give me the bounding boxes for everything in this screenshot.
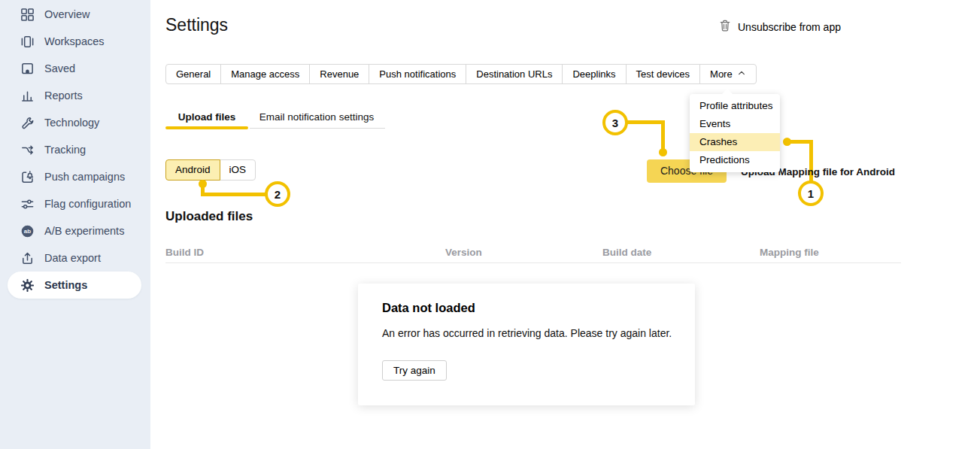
bar-chart-icon [20, 89, 35, 103]
sidebar-item-label: Workspaces [44, 35, 105, 47]
sidebar-item-reports[interactable]: Reports [8, 82, 141, 109]
tab-push-notifications[interactable]: Push notifications [369, 64, 466, 84]
sidebar-item-label: Flag configuration [44, 198, 131, 210]
tab-label: General [176, 65, 211, 83]
annotation-dot-3 [659, 148, 667, 156]
error-title: Data not loaded [382, 301, 475, 315]
platform-option-ios[interactable]: iOS [220, 159, 256, 181]
svg-text:ab: ab [24, 228, 31, 235]
tab-label: Manage access [231, 65, 299, 83]
annotation-line-2-h [201, 193, 267, 196]
active-subtab-underline [165, 126, 248, 129]
column-header-build-date: Build date [602, 247, 651, 258]
error-card: Data not loaded An error has occurred in… [358, 284, 695, 405]
table-header-divider [165, 262, 901, 263]
sidebar-item-label: Tracking [44, 144, 86, 156]
subtab-divider [250, 128, 385, 129]
annotation-line-3-h [627, 120, 665, 124]
sidebar-item-label: Overview [44, 8, 90, 20]
unsubscribe-label: Unsubscribe from app [738, 21, 841, 33]
sidebar-item-flag-configuration[interactable]: Flag configuration [8, 190, 141, 217]
tab-label: Deeplinks [572, 65, 615, 83]
annotation-line-3-v [661, 120, 665, 150]
more-dropdown-menu: Profile attributes Events Crashes Predic… [690, 94, 780, 172]
tab-label: More [710, 65, 733, 83]
sidebar-item-overview[interactable]: Overview [8, 1, 141, 28]
chevron-up-icon [737, 65, 746, 83]
sidebar-item-label: Push campaigns [44, 171, 125, 183]
uploaded-files-heading: Uploaded files [165, 209, 253, 224]
annotation-circle-1: 1 [798, 181, 824, 206]
menu-item-predictions[interactable]: Predictions [690, 151, 780, 169]
column-header-version: Version [445, 247, 482, 258]
sidebar-item-ab-experiments[interactable]: ab A/B experiments [8, 217, 141, 244]
annotation-circle-3: 3 [602, 110, 628, 135]
platform-toggle: Android iOS [165, 159, 256, 181]
unsubscribe-button[interactable]: Unsubscribe from app [719, 19, 841, 35]
gear-icon [20, 278, 35, 293]
tab-general[interactable]: General [165, 64, 221, 84]
grid-icon [20, 8, 35, 22]
column-header-mapping-file: Mapping file [760, 247, 819, 258]
tab-label: Revenue [320, 65, 359, 83]
sidebar-item-technology[interactable]: Technology [8, 109, 141, 136]
sidebar-item-label: A/B experiments [44, 225, 124, 237]
menu-item-profile-attributes[interactable]: Profile attributes [690, 97, 780, 115]
error-message: An error has occurred in retrieving data… [382, 327, 672, 339]
column-header-build-id: Build ID [165, 247, 204, 258]
tab-label: Test devices [636, 65, 690, 83]
export-icon [20, 251, 35, 265]
workspaces-icon [20, 35, 35, 49]
menu-item-events[interactable]: Events [690, 115, 780, 133]
sliders-icon [20, 197, 35, 211]
sidebar-item-label: Saved [44, 62, 75, 74]
route-icon [20, 143, 35, 157]
page-title: Settings [165, 15, 228, 35]
sidebar-item-workspaces[interactable]: Workspaces [8, 28, 141, 55]
subtab-upload-files[interactable]: Upload files [165, 111, 248, 123]
saved-icon [20, 62, 35, 76]
sidebar-item-saved[interactable]: Saved [8, 55, 141, 82]
app-window: Overview Workspaces Saved Reports Techno [0, 0, 980, 449]
tab-destination-urls[interactable]: Destination URLs [466, 64, 563, 84]
menu-item-crashes[interactable]: Crashes [690, 133, 780, 151]
sidebar-item-label: Reports [44, 89, 83, 102]
settings-tabbar: General Manage access Revenue Push notif… [165, 64, 757, 84]
wrench-icon [20, 116, 35, 130]
tab-label: Destination URLs [476, 65, 552, 83]
tab-deeplinks[interactable]: Deeplinks [562, 64, 626, 84]
annotation-circle-2: 2 [265, 181, 290, 207]
tab-more[interactable]: More [699, 64, 757, 84]
trash-icon [719, 19, 731, 35]
sidebar-item-label: Technology [44, 117, 99, 129]
sidebar-item-data-export[interactable]: Data export [8, 244, 141, 272]
sidebar-item-label: Data export [44, 252, 101, 264]
tab-test-devices[interactable]: Test devices [626, 64, 701, 84]
tab-manage-access[interactable]: Manage access [220, 64, 310, 84]
try-again-button[interactable]: Try again [382, 360, 447, 381]
platform-option-android[interactable]: Android [165, 159, 220, 181]
bell-icon [20, 170, 35, 184]
sidebar-item-tracking[interactable]: Tracking [8, 136, 141, 163]
tab-label: Push notifications [379, 65, 456, 83]
sidebar-item-label: Settings [44, 279, 87, 291]
sidebar-item-settings[interactable]: Settings [8, 272, 141, 299]
subtab-email-notification-settings[interactable]: Email notification settings [248, 111, 385, 123]
ab-icon: ab [20, 224, 35, 238]
tab-revenue[interactable]: Revenue [309, 64, 369, 84]
sidebar-item-push-campaigns[interactable]: Push campaigns [8, 163, 141, 190]
sidebar: Overview Workspaces Saved Reports Techno [0, 0, 150, 449]
